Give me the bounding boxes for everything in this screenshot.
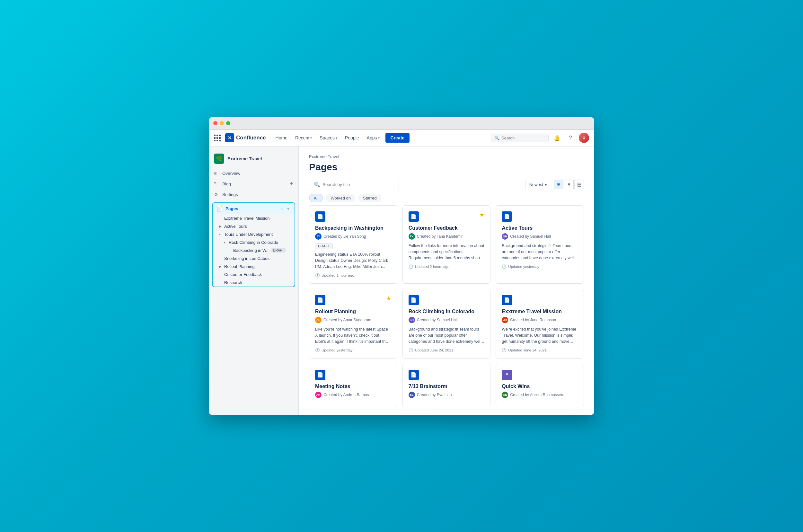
card-description: Like you're not watching the latest Spac… <box>315 326 391 344</box>
arrow-right-icon-2: ▶ <box>219 265 223 268</box>
clock-icon: 🕐 <box>315 348 320 353</box>
page-title: Pages <box>309 162 584 172</box>
card-header: 📄 ★ <box>315 295 391 305</box>
card-footer: 🕐 Updated yesterday <box>315 348 391 353</box>
search-icon: 🔍 <box>494 136 499 140</box>
dot-icon-5: • <box>219 281 223 283</box>
tree-item-rollout[interactable]: ▶ Rollout Planning <box>213 263 294 270</box>
pages-add-icon[interactable]: + <box>286 206 291 212</box>
tree-item-active-tours[interactable]: ▶ Active Tours <box>213 222 294 230</box>
page-search-box[interactable]: 🔍 <box>309 179 399 190</box>
grid-view-button[interactable]: ⊞ <box>554 179 563 189</box>
pages-more-icon[interactable]: ··· <box>279 206 285 212</box>
space-name: Exxtreme Travel <box>227 156 262 161</box>
card-active-tours[interactable]: 📄 Active Tours SH Created by Samuel Hall… <box>496 205 584 284</box>
filter-tabs: All Worked on Starred <box>309 194 584 202</box>
star-icon[interactable]: ★ <box>386 295 391 302</box>
search-input[interactable] <box>501 136 545 140</box>
nav-apps[interactable]: Apps ▾ <box>364 133 383 142</box>
star-icon[interactable]: ★ <box>479 211 484 218</box>
pages-header[interactable]: 📄 Pages ··· + <box>213 203 294 214</box>
card-description: Engineering status ETA 100% rollout Desi… <box>315 251 391 269</box>
create-button[interactable]: Create <box>385 133 410 142</box>
sidebar-item-blog[interactable]: ❝ Blog + <box>209 178 299 190</box>
logo-text: Confluence <box>236 135 266 141</box>
space-header[interactable]: 🌿 Exxtreme Travel <box>209 152 299 168</box>
page-search-input[interactable] <box>323 182 394 187</box>
card-doc-icon: 📄 <box>408 370 419 380</box>
card-brainstorm[interactable]: 📄 7/13 Brainstorm EL Created by Eva Liao <box>402 364 491 408</box>
card-rollout-planning[interactable]: 📄 ★ Rollout Planning AS Created by Amar … <box>309 289 397 359</box>
tree-item-research[interactable]: • Research <box>213 279 294 287</box>
card-customer-feedback[interactable]: 📄 ★ Customer Feedback TK Created by Taha… <box>402 205 491 284</box>
nav-spaces[interactable]: Spaces ▾ <box>317 133 341 142</box>
author-text: Created by Samuel Hall <box>510 234 551 239</box>
nav-links: Home Recent ▾ Spaces ▾ People Apps ▾ Cre… <box>272 133 491 142</box>
notifications-button[interactable]: 🔔 <box>552 133 562 143</box>
filter-tab-starred[interactable]: Starred <box>358 194 382 202</box>
sidebar-item-overview[interactable]: ≡ Overview <box>209 168 299 178</box>
sort-dropdown[interactable]: Newest ▾ <box>525 180 551 189</box>
card-quick-wins[interactable]: ❝ Quick Wins AN Created by Annika Rasmus… <box>496 364 584 408</box>
tree-item-rock-climbing[interactable]: ▾ Rock Climbing in Colorado <box>213 239 294 246</box>
list-view-button[interactable]: ≡ <box>564 179 574 189</box>
logo[interactable]: ✕ Confluence <box>225 133 266 142</box>
apps-grid-icon[interactable] <box>214 135 221 141</box>
nav-people[interactable]: People <box>342 133 362 142</box>
card-footer: 🕐 Updated 1 hour ago <box>315 273 391 278</box>
help-button[interactable]: ? <box>565 133 576 143</box>
card-header: 📄 <box>502 211 578 222</box>
card-header: 📄 <box>315 370 391 380</box>
user-avatar[interactable]: U <box>579 133 589 143</box>
card-backpacking-wa[interactable]: 📄 Backpacking in Washington JY Created b… <box>309 205 397 284</box>
spaces-chevron-icon: ▾ <box>336 136 337 140</box>
nav-recent[interactable]: Recent ▾ <box>292 133 315 142</box>
tree-item-customer-feedback[interactable]: • Customer Feedback <box>213 270 294 279</box>
filter-tab-all[interactable]: All <box>309 194 323 202</box>
author-avatar: AS <box>315 317 322 323</box>
nav-home[interactable]: Home <box>272 133 291 142</box>
tree-item-tours-dev[interactable]: ▾ Tours Under Development <box>213 230 294 239</box>
author-avatar: EL <box>408 392 415 398</box>
tree-item-mission[interactable]: • Exxtreme Travel Mission <box>213 214 294 222</box>
sidebar-nav: ≡ Overview ❝ Blog + ⚙ Settings <box>209 168 299 200</box>
blog-icon: ❝ <box>214 181 220 187</box>
card-title: Exxtreme Travel Mission <box>502 308 578 315</box>
search-filter-icon: 🔍 <box>314 182 320 188</box>
global-search-box[interactable]: 🔍 <box>491 134 549 142</box>
space-icon: 🌿 <box>214 154 224 164</box>
minimize-button[interactable] <box>220 121 224 125</box>
card-author: JR Created by Jane Rotanson <box>502 317 578 323</box>
card-author: AS Created by Amar Sundaram <box>315 317 391 323</box>
close-button[interactable] <box>213 121 217 125</box>
card-footer: 🕐 Updated June 24, 2021 <box>408 348 485 353</box>
author-avatar: SH <box>502 233 508 240</box>
card-title: Customer Feedback <box>408 225 485 232</box>
card-footer: 🕐 Updated 2 hours ago <box>408 264 485 269</box>
card-author: SH Created by Samuel Hall <box>408 317 485 323</box>
card-description: Follow the links for more information ab… <box>408 243 485 261</box>
tree-item-backpacking-w[interactable]: • Backpacking in W... DRAFT <box>213 246 294 254</box>
clock-icon: 🕐 <box>502 348 506 353</box>
sidebar: 🌿 Exxtreme Travel ≡ Overview ❝ Blog + ⚙ … <box>209 147 299 415</box>
card-exxtreme-mission[interactable]: 📄 Exxtreme Travel Mission JR Created by … <box>496 289 584 359</box>
clock-icon: 🕐 <box>315 273 320 278</box>
filter-tab-worked-on[interactable]: Worked on <box>326 194 356 202</box>
card-meeting-notes[interactable]: 📄 Meeting Notes AR Created by Andrea Ram… <box>309 364 397 408</box>
author-text: Created by Taha Kandemir <box>417 234 463 239</box>
blog-add-icon[interactable]: + <box>290 180 293 187</box>
card-author: JY Created by Jie Yan Song <box>315 233 391 240</box>
card-header: 📄 <box>502 295 578 305</box>
author-text: Created by Annika Rasmussen <box>510 393 563 397</box>
card-rock-climbing[interactable]: 📄 Rock Climbing in Colorado SH Created b… <box>402 289 491 359</box>
tree-item-snorkeling[interactable]: • Snorkeling in Los Cabos <box>213 254 294 263</box>
card-doc-icon: 📄 <box>315 295 325 305</box>
pages-header-left: 📄 Pages <box>216 206 238 212</box>
sidebar-item-settings[interactable]: ⚙ Settings <box>209 190 299 200</box>
maximize-button[interactable] <box>226 121 230 125</box>
author-avatar: SH <box>408 317 415 323</box>
author-text: Created by Jane Rotanson <box>510 318 556 322</box>
clock-icon: 🕐 <box>502 264 506 269</box>
settings-icon: ⚙ <box>214 192 220 197</box>
compact-view-button[interactable]: ▤ <box>574 179 584 189</box>
